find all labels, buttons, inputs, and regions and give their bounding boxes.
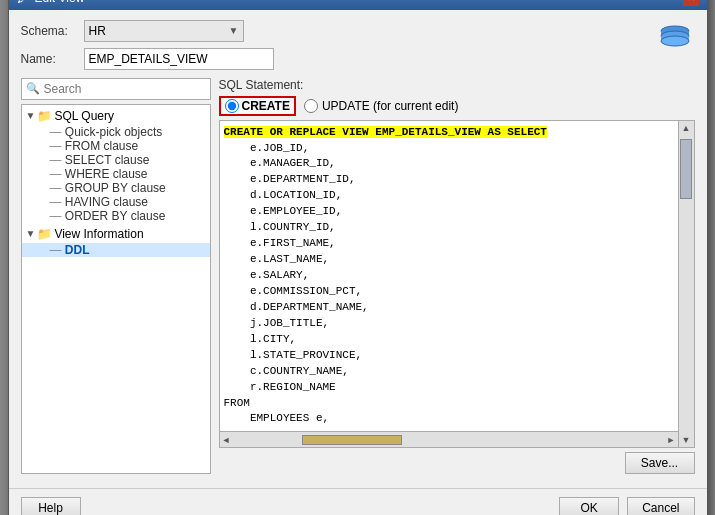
dash-icon: —: [50, 167, 65, 181]
save-button[interactable]: Save...: [625, 452, 695, 474]
tree-panel[interactable]: ▼ 📁 SQL Query — Quick-pick objects — FRO…: [21, 104, 211, 475]
tree-item-label: FROM clause: [65, 139, 138, 153]
folder-icon: 📁: [37, 109, 52, 123]
dialog-body: Schema: HR ▼ Name:: [9, 10, 707, 485]
dash-icon: —: [50, 195, 65, 209]
schema-value: HR: [89, 24, 106, 38]
dash-icon: —: [50, 125, 65, 139]
expand-icon: ▼: [26, 110, 36, 121]
db-icon: [655, 20, 695, 60]
sql-query-label: SQL Query: [54, 109, 114, 123]
search-box[interactable]: 🔍: [21, 78, 211, 100]
title-icon: 🖊: [17, 0, 29, 5]
tree-item-label: Quick-pick objects: [65, 125, 162, 139]
code-content[interactable]: CREATE OR REPLACE VIEW EMP_DETAILS_VIEW …: [220, 121, 678, 432]
tree-item-label: HAVING clause: [65, 195, 148, 209]
tree-child-ddl[interactable]: — DDL: [22, 243, 210, 257]
svg-point-4: [661, 36, 689, 46]
scroll-thumb-h[interactable]: [302, 435, 402, 445]
scroll-right-icon[interactable]: ►: [667, 435, 676, 445]
view-info-label: View Information: [54, 227, 143, 241]
search-input[interactable]: [44, 82, 206, 96]
close-button[interactable]: ✕: [683, 0, 699, 6]
create-label: CREATE: [242, 99, 290, 113]
scroll-down-icon[interactable]: ▼: [680, 433, 693, 447]
tree-child-select[interactable]: — SELECT clause: [22, 153, 210, 167]
title-bar-left: 🖊 Edit View: [17, 0, 85, 5]
tree-child-quick-pick[interactable]: — Quick-pick objects: [22, 125, 210, 139]
scroll-thumb-v[interactable]: [680, 139, 692, 199]
update-radio[interactable]: [304, 99, 318, 113]
code-highlight: CREATE OR REPLACE VIEW EMP_DETAILS_VIEW …: [224, 126, 547, 138]
dash-icon: —: [50, 181, 65, 195]
radio-row: CREATE UPDATE (for current edit): [219, 96, 695, 116]
right-panel: SQL Statement: CREATE UPDATE (for curren…: [219, 78, 695, 475]
schema-row: Schema: HR ▼: [21, 20, 274, 42]
tree-item-label: ORDER BY clause: [65, 209, 165, 223]
tree-child-group-by[interactable]: — GROUP BY clause: [22, 181, 210, 195]
tree-item-label: GROUP BY clause: [65, 181, 166, 195]
tree-root-view-info[interactable]: ▼ 📁 View Information: [22, 225, 210, 243]
save-row: Save...: [219, 452, 695, 474]
tree-root-sql-query[interactable]: ▼ 📁 SQL Query: [22, 107, 210, 125]
tree-child-order-by[interactable]: — ORDER BY clause: [22, 209, 210, 223]
scroll-left-icon[interactable]: ◄: [222, 435, 231, 445]
expand-icon: ▼: [26, 228, 36, 239]
tree-child-from[interactable]: — FROM clause: [22, 139, 210, 153]
tree-item-ddl-label: DDL: [65, 243, 90, 257]
update-radio-group[interactable]: UPDATE (for current edit): [304, 99, 458, 113]
bottom-right-buttons: OK Cancel: [559, 497, 694, 515]
tree-item-label: SELECT clause: [65, 153, 150, 167]
main-content: 🔍 ▼ 📁 SQL Query — Quick-pick objects: [21, 78, 695, 475]
name-input[interactable]: [84, 48, 274, 70]
code-main: CREATE OR REPLACE VIEW EMP_DETAILS_VIEW …: [220, 121, 678, 448]
name-label: Name:: [21, 52, 76, 66]
ok-button[interactable]: OK: [559, 497, 619, 515]
tree-item-label: WHERE clause: [65, 167, 148, 181]
dash-icon: —: [50, 209, 65, 223]
schema-label: Schema:: [21, 24, 76, 38]
horizontal-scrollbar[interactable]: ◄ ►: [220, 431, 678, 447]
sql-statement-label: SQL Statement:: [219, 78, 695, 92]
dialog-title: Edit View: [35, 0, 85, 5]
dash-icon: —: [50, 243, 65, 257]
scroll-up-icon[interactable]: ▲: [680, 121, 693, 135]
left-panel: 🔍 ▼ 📁 SQL Query — Quick-pick objects: [21, 78, 211, 475]
create-radio[interactable]: [225, 99, 239, 113]
edit-view-dialog: 🖊 Edit View ✕ Schema: HR ▼ Name:: [8, 0, 708, 515]
schema-dropdown-icon[interactable]: ▼: [229, 25, 239, 36]
vertical-scrollbar[interactable]: ▲ ▼: [678, 121, 694, 448]
title-bar: 🖊 Edit View ✕: [9, 0, 707, 10]
name-row: Name:: [21, 48, 274, 70]
update-label: UPDATE (for current edit): [322, 99, 458, 113]
dash-icon: —: [50, 153, 65, 167]
code-area-wrapper: CREATE OR REPLACE VIEW EMP_DETAILS_VIEW …: [219, 120, 695, 449]
tree-child-where[interactable]: — WHERE clause: [22, 167, 210, 181]
cancel-button[interactable]: Cancel: [627, 497, 694, 515]
tree-child-having[interactable]: — HAVING clause: [22, 195, 210, 209]
search-icon: 🔍: [26, 82, 40, 95]
help-button[interactable]: Help: [21, 497, 81, 515]
dash-icon: —: [50, 139, 65, 153]
bottom-row: Help OK Cancel: [9, 488, 707, 515]
folder-icon: 📁: [37, 227, 52, 241]
create-radio-group[interactable]: CREATE: [219, 96, 296, 116]
